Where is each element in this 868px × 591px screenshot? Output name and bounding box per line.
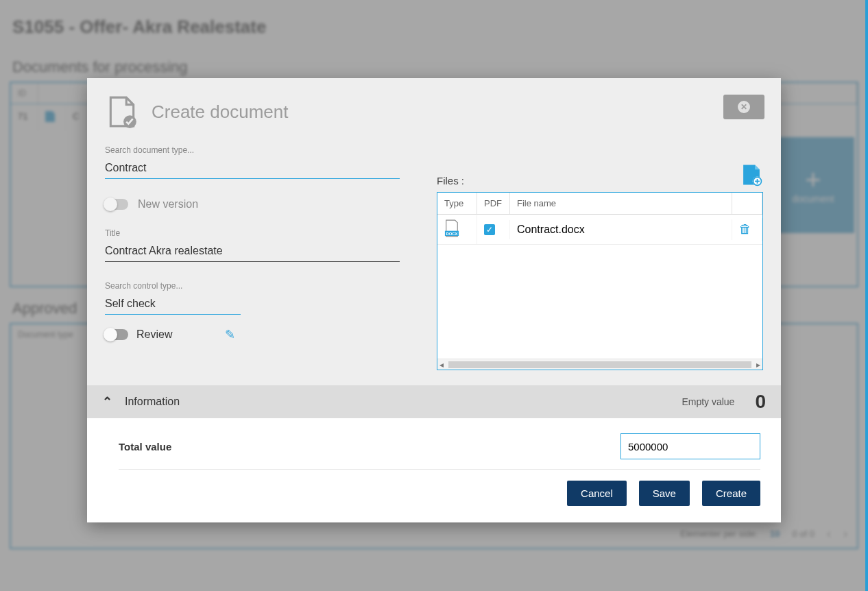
document-check-icon <box>105 95 139 129</box>
close-button[interactable]: ✕ <box>723 95 764 119</box>
empty-value-label: Empty value <box>682 396 734 407</box>
review-toggle[interactable] <box>105 329 128 340</box>
total-value-label: Total value <box>119 441 171 453</box>
control-type-input[interactable] <box>105 295 241 315</box>
new-version-toggle[interactable] <box>105 199 128 210</box>
create-document-modal: Create document ✕ Search document type..… <box>87 78 781 522</box>
file-row: DOCX ✓ Contract.docx 🗑 <box>437 215 762 245</box>
new-version-label: New version <box>138 198 198 210</box>
files-col-type: Type <box>437 193 477 214</box>
review-label: Review <box>136 328 172 341</box>
modal-title: Create document <box>152 101 288 123</box>
save-button[interactable]: Save <box>639 481 690 506</box>
doc-type-input[interactable] <box>105 159 400 179</box>
files-table: Type PDF File name DOCX <box>437 192 763 370</box>
empty-value-count: 0 <box>755 391 766 413</box>
files-col-pdf: PDF <box>477 193 510 214</box>
cancel-button[interactable]: Cancel <box>567 481 627 506</box>
title-input[interactable] <box>105 242 400 262</box>
information-title: Information <box>125 396 180 408</box>
edit-review-icon[interactable]: ✎ <box>225 327 235 342</box>
control-type-label: Search control type... <box>105 281 400 291</box>
files-label: Files : <box>437 175 464 186</box>
svg-text:DOCX: DOCX <box>446 232 457 236</box>
create-button[interactable]: Create <box>702 481 760 506</box>
pdf-checkbox[interactable]: ✓ <box>484 224 495 235</box>
files-horizontal-scrollbar[interactable]: ◂ ▸ <box>437 359 762 370</box>
close-icon: ✕ <box>738 101 750 113</box>
delete-file-icon[interactable]: 🗑 <box>739 222 751 236</box>
title-label: Title <box>105 228 400 238</box>
doc-type-label: Search document type... <box>105 145 400 155</box>
add-file-button[interactable] <box>740 163 763 186</box>
docx-icon: DOCX <box>444 219 459 237</box>
total-value-input[interactable] <box>620 433 760 459</box>
chevron-up-icon: ⌃ <box>102 394 112 409</box>
information-header[interactable]: ⌃ Information Empty value 0 <box>87 385 781 418</box>
files-col-name: File name <box>510 193 732 214</box>
right-accent-strip <box>865 0 868 591</box>
file-name: Contract.docx <box>510 219 732 240</box>
